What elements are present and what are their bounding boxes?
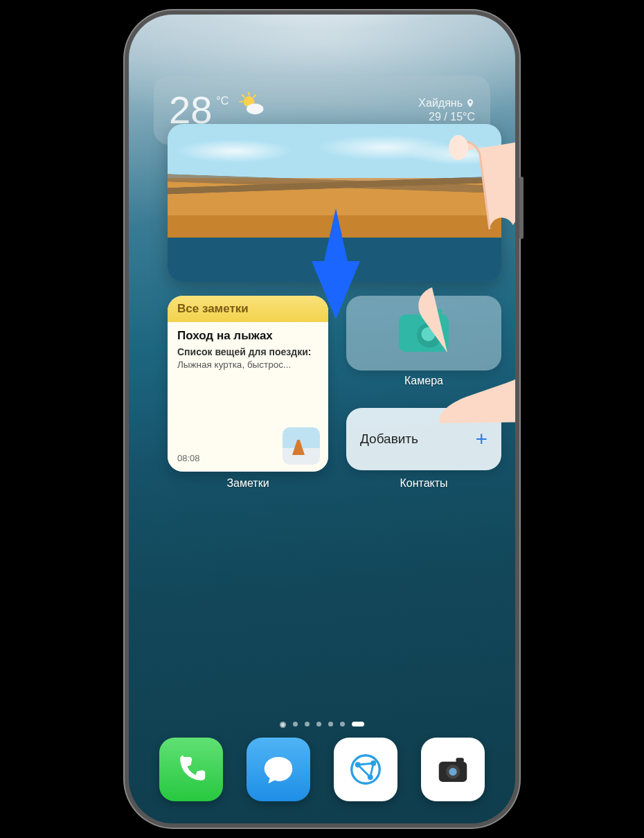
svg-line-4 <box>254 95 256 97</box>
page-dot[interactable] <box>293 722 298 726</box>
gallery-mountains <box>168 168 501 200</box>
dock <box>152 735 492 804</box>
camera-widget[interactable] <box>346 296 501 371</box>
phone-app[interactable] <box>159 738 223 801</box>
globe-network-icon <box>347 751 384 788</box>
hi-lo-temp: 29 / 15°C <box>418 111 475 123</box>
svg-point-14 <box>449 768 456 776</box>
camera-icon <box>434 751 472 788</box>
note-thumbnail <box>283 427 320 465</box>
swipe-down-arrow-icon <box>312 208 360 319</box>
page-dot-home[interactable] <box>280 722 286 728</box>
weather-location-group: Хайдянь 29 / 15°C <box>418 97 475 123</box>
notes-widget[interactable]: Все заметки Поход на лыжах Список вещей … <box>168 296 328 472</box>
note-snippet: Лыжная куртка, быстрос... <box>177 359 319 370</box>
phone-frame: 28 °C Хайдянь 29 / <box>125 10 519 828</box>
page-dot-active[interactable] <box>352 722 364 726</box>
page-dot[interactable] <box>340 722 345 726</box>
note-subtitle: Список вещей для поездки: <box>177 346 319 358</box>
svg-point-7 <box>352 756 380 784</box>
phone-icon <box>172 751 210 788</box>
plus-icon: + <box>475 427 488 451</box>
messages-app[interactable] <box>247 738 310 801</box>
page-dot[interactable] <box>305 722 310 726</box>
side-button[interactable] <box>519 177 524 239</box>
camera-icon <box>399 314 449 352</box>
gallery-sky <box>168 134 501 168</box>
home-screen[interactable]: 28 °C Хайдянь 29 / <box>129 15 515 823</box>
location-pin-icon <box>465 98 475 108</box>
partly-sunny-icon <box>237 91 266 120</box>
skier-icon <box>292 440 305 455</box>
svg-line-3 <box>242 95 244 97</box>
camera-label: Камера <box>346 375 501 387</box>
chat-bubble-icon <box>260 751 297 788</box>
add-contact-label: Добавить <box>360 431 418 447</box>
page-dot[interactable] <box>328 722 333 726</box>
browser-app[interactable] <box>334 738 397 801</box>
notes-body: Поход на лыжах Список вещей для поездки:… <box>168 322 328 472</box>
note-title: Поход на лыжах <box>177 329 319 343</box>
contacts-label: Контакты <box>346 477 501 490</box>
page-indicator[interactable] <box>129 722 515 728</box>
temperature-unit: °C <box>216 95 229 107</box>
contacts-add-widget[interactable]: Добавить + <box>346 408 501 470</box>
notes-label: Заметки <box>168 477 328 490</box>
location-name: Хайдянь <box>418 97 463 109</box>
svg-point-5 <box>247 103 264 114</box>
page-dot[interactable] <box>316 722 321 726</box>
svg-rect-12 <box>456 758 464 763</box>
camera-app[interactable] <box>421 738 485 801</box>
notes-header: Все заметки <box>168 296 328 322</box>
note-time: 08:08 <box>177 453 200 463</box>
